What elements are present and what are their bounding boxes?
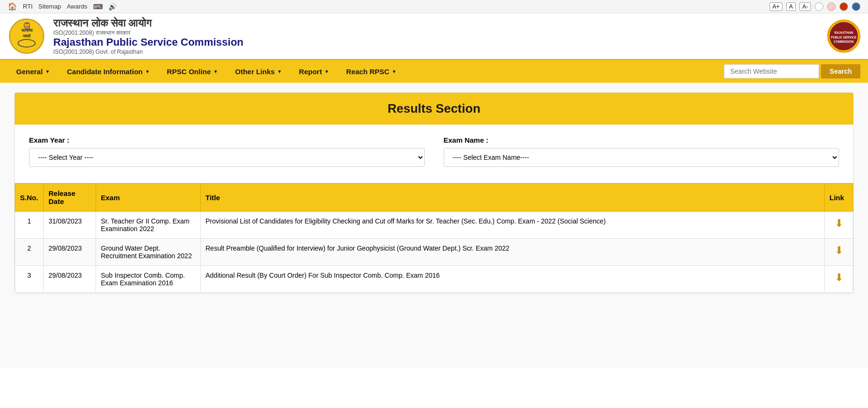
cell-sno: 3 — [15, 266, 44, 293]
cell-date: 29/08/2023 — [44, 239, 96, 266]
table-header-row: S.No. Release Date Exam Title Link — [15, 184, 853, 212]
svg-text:जयते: जयते — [22, 33, 31, 39]
top-bar-left: 🏠 RTI Sitemap Awards ⌨ 🔊 — [8, 2, 117, 11]
col-header-sno: S.No. — [15, 184, 44, 212]
cell-sno: 2 — [15, 239, 44, 266]
results-header: Results Section — [15, 93, 853, 125]
emblem-svg: सत्यमेव जयते 🦁 — [9, 19, 45, 54]
search-button[interactable]: Search — [821, 64, 860, 78]
hindi-title: राजस्थान लोक सेवा आयोग — [53, 17, 244, 29]
download-icon[interactable]: ⬇ — [829, 272, 848, 284]
cell-sno: 1 — [15, 212, 44, 239]
col-header-date: Release Date — [44, 184, 96, 212]
svg-text:RAJASTHAN: RAJASTHAN — [834, 31, 853, 34]
exam-name-label: Exam Name : — [444, 136, 839, 144]
col-header-link: Link — [825, 184, 853, 212]
rpsc-logo-svg: RAJASTHAN PUBLIC SERVICE COMMISSION — [829, 19, 859, 53]
rti-link[interactable]: RTI — [23, 3, 33, 10]
cell-date: 29/08/2023 — [44, 266, 96, 293]
font-decrease-button[interactable]: A- — [800, 2, 811, 11]
cell-exam: Sub Inspector Comb. Comp. Exam Examinati… — [96, 266, 201, 293]
table-row: 2 29/08/2023 Ground Water Dept. Recruitm… — [15, 239, 853, 266]
english-title: Rajasthan Public Service Commission — [53, 36, 244, 49]
exam-name-group: Exam Name : ---- Select Exam Name---- — [444, 136, 839, 167]
exam-name-select[interactable]: ---- Select Exam Name---- — [444, 148, 839, 167]
cell-link[interactable]: ⬇ — [825, 266, 853, 293]
cell-link[interactable]: ⬇ — [825, 239, 853, 266]
svg-text:PUBLIC SERVICE: PUBLIC SERVICE — [831, 36, 857, 39]
accessibility-icon[interactable]: 🔊 — [108, 3, 117, 10]
nav-candidate-information[interactable]: Candidate Information — [59, 62, 158, 81]
search-area: Search — [724, 64, 860, 78]
table-row: 1 31/08/2023 Sr. Teacher Gr II Comp. Exa… — [15, 212, 853, 239]
cell-title: Result Preamble (Qualified for Interview… — [201, 239, 825, 266]
cell-link[interactable]: ⬇ — [825, 212, 853, 239]
cell-title: Additional Result (By Court Order) For S… — [201, 266, 825, 293]
col-header-title: Title — [201, 184, 825, 212]
color-pink[interactable] — [827, 2, 836, 11]
nav-other-links[interactable]: Other Links — [226, 62, 290, 81]
cell-date: 31/08/2023 — [44, 212, 96, 239]
font-increase-button[interactable]: A+ — [770, 2, 782, 11]
results-section: Results Section Exam Year : ---- Select … — [14, 92, 854, 293]
color-white[interactable] — [815, 2, 823, 11]
exam-year-group: Exam Year : ---- Select Year ---- — [29, 136, 425, 167]
results-title: Results Section — [23, 101, 845, 116]
svg-text:COMMISSION: COMMISSION — [834, 40, 854, 43]
svg-text:🦁: 🦁 — [22, 22, 31, 30]
keyboard-icon[interactable]: ⌨ — [93, 3, 103, 10]
rpsc-circular-logo: RAJASTHAN PUBLIC SERVICE COMMISSION — [827, 19, 860, 53]
search-input[interactable] — [724, 64, 819, 78]
iso-hindi: ISO(2001:2008) राजस्थान सरकार — [53, 29, 244, 36]
col-header-exam: Exam — [96, 184, 201, 212]
nav-rpsc-online[interactable]: RPSC Online — [158, 62, 226, 81]
header: सत्यमेव जयते 🦁 राजस्थान लोक सेवा आयोग IS… — [0, 13, 868, 60]
top-bar: 🏠 RTI Sitemap Awards ⌨ 🔊 A+ A A- — [0, 0, 868, 13]
awards-link[interactable]: Awards — [67, 3, 87, 10]
nav-report[interactable]: Report — [291, 62, 338, 81]
font-normal-button[interactable]: A — [786, 2, 796, 11]
results-table: S.No. Release Date Exam Title Link 1 31/… — [15, 183, 853, 293]
emblem-logo: सत्यमेव जयते 🦁 — [8, 17, 46, 55]
download-icon[interactable]: ⬇ — [829, 244, 848, 257]
color-blue[interactable] — [852, 2, 860, 11]
sitemap-link[interactable]: Sitemap — [39, 3, 61, 10]
home-icon[interactable]: 🏠 — [8, 2, 17, 11]
header-text: राजस्थान लोक सेवा आयोग ISO(2001:2008) रा… — [53, 17, 244, 55]
nav-reach-rpsc[interactable]: Reach RPSC — [338, 62, 405, 81]
navigation: General Candidate Information RPSC Onlin… — [0, 60, 868, 83]
top-bar-right: A+ A A- — [770, 2, 860, 11]
color-red[interactable] — [839, 2, 848, 11]
table-row: 3 29/08/2023 Sub Inspector Comb. Comp. E… — [15, 266, 853, 293]
exam-year-label: Exam Year : — [29, 136, 425, 144]
nav-general[interactable]: General — [8, 62, 59, 81]
cell-exam: Ground Water Dept. Recruitment Examinati… — [96, 239, 201, 266]
iso-english: ISO(2001:2008) Govt. of Rajasthan — [53, 49, 244, 55]
filter-area: Exam Year : ---- Select Year ---- Exam N… — [15, 125, 853, 178]
cell-title: Provisional List of Candidates for Eligi… — [201, 212, 825, 239]
main-content: Results Section Exam Year : ---- Select … — [0, 83, 868, 368]
cell-exam: Sr. Teacher Gr II Comp. Exam Examination… — [96, 212, 201, 239]
exam-year-select[interactable]: ---- Select Year ---- — [29, 148, 425, 167]
download-icon[interactable]: ⬇ — [829, 217, 848, 230]
